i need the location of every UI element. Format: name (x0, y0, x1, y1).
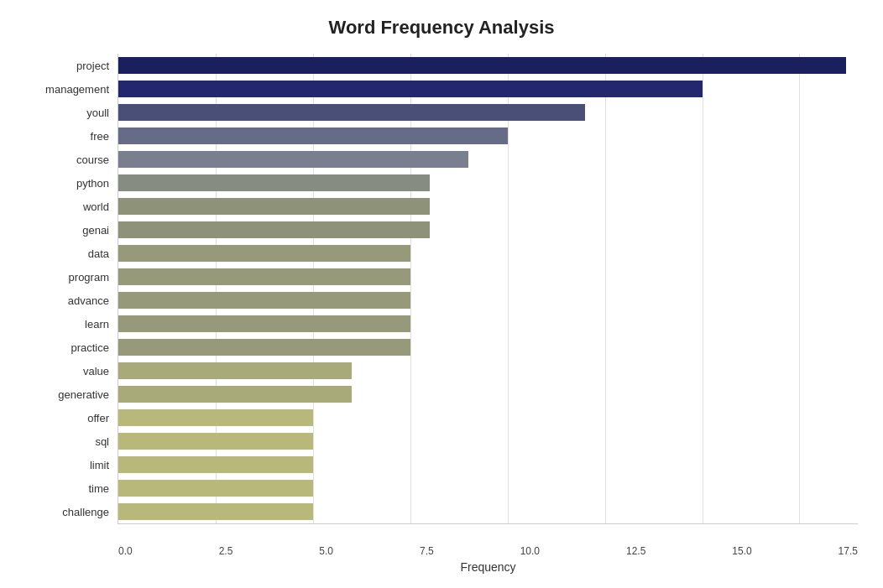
y-label: project (76, 60, 109, 71)
bar (118, 198, 430, 215)
x-tick-label: 2.5 (219, 545, 233, 557)
bar-row (118, 455, 858, 474)
bar-row (118, 56, 858, 75)
bar (118, 456, 313, 473)
grid-line (605, 54, 606, 523)
bar-row (118, 127, 858, 145)
bar-row (118, 103, 858, 122)
y-label: generative (58, 389, 109, 400)
bar-row (118, 479, 858, 497)
x-axis: 0.02.55.07.510.012.515.017.5 (118, 545, 858, 557)
y-label: data (88, 248, 109, 259)
y-label: course (76, 154, 109, 165)
grid-lines (118, 54, 858, 523)
y-label: genai (82, 225, 109, 236)
x-axis-title: Frequency (118, 560, 858, 574)
x-tick-label: 7.5 (420, 545, 434, 557)
y-label: learn (85, 319, 109, 330)
y-label: python (76, 178, 109, 189)
bar (118, 57, 846, 74)
x-tick-label: 12.5 (626, 545, 645, 557)
bar (118, 386, 352, 403)
y-label: free (91, 131, 109, 142)
bar-row (118, 362, 858, 380)
x-tick-label: 5.0 (319, 545, 333, 557)
chart-area: projectmanagementyoullfreecoursepythonwo… (25, 54, 858, 524)
y-label: world (83, 201, 109, 212)
grid-line (216, 54, 217, 523)
x-tick-label: 17.5 (839, 545, 858, 557)
bar (118, 292, 410, 309)
bar (118, 433, 313, 450)
bar-row (118, 174, 858, 192)
y-label: program (69, 272, 109, 283)
bar-row (118, 197, 858, 216)
bar (118, 81, 703, 97)
bar (118, 221, 430, 238)
bar (118, 315, 410, 332)
bar-row (118, 385, 858, 403)
y-label: value (83, 366, 109, 377)
grid-line (508, 54, 509, 523)
x-tick-label: 15.0 (732, 545, 751, 557)
plot-area: 0.02.55.07.510.012.515.017.5 Frequency (118, 54, 858, 524)
bar (118, 245, 410, 262)
chart-container: Word Frequency Analysis projectmanagemen… (0, 0, 883, 588)
y-label: limit (90, 460, 109, 471)
x-tick-label: 0.0 (118, 545, 133, 557)
grid-line (703, 54, 703, 523)
bar-row (118, 150, 858, 169)
y-axis-labels: projectmanagementyoullfreecoursepythonwo… (25, 54, 118, 524)
y-label: advance (68, 295, 109, 306)
bar (118, 174, 430, 191)
y-label: youll (86, 107, 109, 118)
bar (118, 339, 410, 356)
bar (118, 480, 313, 497)
bar-row (118, 502, 858, 521)
bar (118, 104, 585, 121)
grid-line (313, 54, 314, 523)
chart-title: Word Frequency Analysis (25, 17, 858, 39)
bar (118, 151, 468, 168)
x-tick-label: 10.0 (520, 545, 540, 557)
grid-line (410, 54, 411, 523)
bar-row (118, 268, 858, 286)
bar-row (118, 408, 858, 427)
y-label: challenge (62, 507, 109, 518)
bar-row (118, 221, 858, 239)
bar (118, 409, 313, 426)
bar (118, 362, 352, 379)
bar (118, 503, 313, 520)
bar-row (118, 244, 858, 263)
bar-row (118, 338, 858, 356)
y-label: offer (87, 413, 109, 424)
bar (118, 127, 508, 144)
bar-row (118, 80, 858, 98)
y-label: practice (71, 342, 109, 353)
y-label: time (88, 483, 109, 494)
grid-line (799, 54, 800, 523)
y-label: sql (95, 436, 109, 447)
bar-row (118, 315, 858, 333)
bar-row (118, 291, 858, 310)
bar-row (118, 432, 858, 450)
bar (118, 268, 410, 285)
y-label: management (45, 84, 109, 95)
